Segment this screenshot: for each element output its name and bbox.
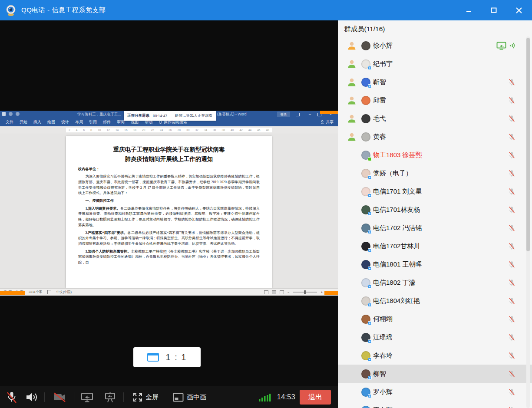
avatar xyxy=(361,169,370,178)
microphone-muted-button[interactable] xyxy=(6,386,17,408)
whiteboard-button[interactable] xyxy=(104,386,116,408)
status-badge xyxy=(368,175,372,179)
member-row[interactable]: 王文翔 xyxy=(338,401,532,408)
member-row[interactable]: 柳智 xyxy=(338,365,532,383)
muted-mic-icon[interactable] xyxy=(508,279,515,287)
muted-mic-icon[interactable] xyxy=(508,206,515,214)
muted-mic-icon[interactable] xyxy=(508,260,515,269)
member-row[interactable]: 电信1701 刘文星 xyxy=(338,182,532,201)
status-badge xyxy=(368,157,372,161)
muted-mic-icon[interactable] xyxy=(508,115,515,123)
member-row[interactable]: 党娇（电子） xyxy=(338,164,532,182)
status-badge xyxy=(368,358,372,362)
window-title: QQ电话 - 信息工程系党支部 xyxy=(21,6,106,14)
camera-muted-button[interactable] xyxy=(53,386,66,408)
maximize-button[interactable] xyxy=(487,4,501,17)
muted-mic-icon[interactable] xyxy=(508,242,515,250)
document-paragraph: 3.加强个人防护和亲属管控。全校教职工要严格按照《告全校教职工书》和学校《关于进… xyxy=(78,249,260,266)
fullscreen-icon xyxy=(133,392,142,402)
member-row[interactable]: 电信1801 王朝晖 xyxy=(338,255,532,273)
muted-mic-icon[interactable] xyxy=(508,151,515,159)
member-row[interactable]: 电信1701林友杨 xyxy=(338,201,532,219)
ruler-number: 2 xyxy=(69,128,70,132)
muted-mic-icon[interactable] xyxy=(508,406,515,408)
word-login-button: 登录 xyxy=(277,112,290,117)
member-right-icons xyxy=(508,352,515,360)
member-row[interactable]: 电信1702甘林川 xyxy=(338,237,532,255)
muted-mic-icon[interactable] xyxy=(508,169,515,178)
status-badge xyxy=(368,230,372,234)
member-row[interactable]: 李春玲 xyxy=(338,346,532,365)
member-row[interactable]: 罗小辉 xyxy=(338,383,532,401)
close-button[interactable] xyxy=(512,4,526,17)
aspect-ratio-button[interactable]: 1 : 1 xyxy=(133,347,201,367)
minimize-button[interactable] xyxy=(462,4,476,17)
member-name: 毛弋 xyxy=(373,115,386,123)
pip-label: 画中画 xyxy=(187,393,206,401)
muted-mic-icon[interactable] xyxy=(508,333,515,342)
screen-share-button[interactable] xyxy=(81,386,93,408)
member-name: 电信1801 王朝晖 xyxy=(373,260,422,269)
muted-mic-icon[interactable] xyxy=(508,96,515,105)
status-badge xyxy=(368,248,372,252)
muted-mic-icon[interactable] xyxy=(508,133,515,141)
member-name: 黄睿 xyxy=(373,133,386,141)
zoom-in-icon: + xyxy=(321,290,322,294)
speaker-button[interactable] xyxy=(25,386,39,408)
member-right-icons xyxy=(508,151,515,159)
member-right-icons xyxy=(508,333,515,342)
scrollbar[interactable] xyxy=(526,36,530,408)
share-border-marker xyxy=(320,111,338,114)
zoom-slider xyxy=(293,292,317,293)
member-audio-icon xyxy=(509,42,515,49)
muted-mic-icon[interactable] xyxy=(508,224,515,232)
muted-mic-icon[interactable] xyxy=(508,370,515,378)
muted-mic-icon[interactable] xyxy=(508,78,515,86)
member-panel: 群成员(11/16) 徐小辉纪书宇靳智邱雷毛弋黄睿物工1803 徐芸熙党娇（电子… xyxy=(338,20,532,408)
muted-mic-icon[interactable] xyxy=(508,352,515,360)
word-wordcount: 3311个字 xyxy=(29,290,42,294)
member-row[interactable]: 江瑶瑶 xyxy=(338,328,532,346)
ruler-number: 22 xyxy=(151,128,154,132)
ruler-number: 30 xyxy=(186,128,189,132)
ruler-number: 16 xyxy=(124,128,127,132)
ruler-number: 32 xyxy=(195,128,198,132)
muted-mic-icon[interactable] xyxy=(508,315,515,323)
pip-button[interactable]: 画中画 xyxy=(173,386,206,408)
avatar xyxy=(361,41,370,50)
member-right-icons xyxy=(508,169,515,178)
member-row[interactable]: 何栩翊 xyxy=(338,310,532,328)
avatar xyxy=(361,406,370,408)
exit-button[interactable]: 退出 xyxy=(300,390,331,405)
scrollbar-thumb[interactable] xyxy=(526,38,530,251)
member-row[interactable]: 物工1803 徐芸熙 xyxy=(338,146,532,164)
member-row[interactable]: 纪书宇 xyxy=(338,55,532,73)
ruler-number: 34 xyxy=(204,128,207,132)
muted-mic-icon[interactable] xyxy=(508,297,515,305)
word-language: 中文(中国) xyxy=(56,290,72,294)
silhouette-placeholder xyxy=(347,388,356,396)
member-row[interactable]: 靳智 xyxy=(338,73,532,91)
member-name: 党娇（电子） xyxy=(373,169,412,178)
member-row[interactable]: 毛弋 xyxy=(338,109,532,128)
muted-mic-icon[interactable] xyxy=(508,388,515,396)
fullscreen-button[interactable]: 全屏 xyxy=(133,386,159,408)
member-row[interactable]: 邱雷 xyxy=(338,91,532,109)
word-ribbon-tab: 插入 xyxy=(30,119,44,125)
member-row[interactable]: 黄睿 xyxy=(338,128,532,146)
avatar xyxy=(361,96,370,105)
member-row[interactable]: 徐小辉 xyxy=(338,36,532,55)
silhouette-placeholder xyxy=(347,187,356,196)
member-row[interactable]: 电信1702 冯洁铭 xyxy=(338,219,532,237)
muted-mic-icon[interactable] xyxy=(508,188,515,196)
ruler-number: 20 xyxy=(142,128,145,132)
member-status-silhouette-icon xyxy=(347,41,356,50)
member-row[interactable]: 电信1802 丁濛 xyxy=(338,273,532,292)
word-ribbon-tab: 设计 xyxy=(58,119,72,125)
member-row[interactable]: 电信1804刘红艳 xyxy=(338,292,532,310)
word-minimize-icon: – xyxy=(309,112,311,117)
avatar xyxy=(361,315,370,324)
ruler-number: 8 xyxy=(90,128,92,132)
document-paragraph: 1.深入明确责任要求。各二级单位要细化疫情防控任务，将责任明确到人；要结合日常联… xyxy=(78,206,260,228)
word-quick-access-icons xyxy=(2,112,20,116)
